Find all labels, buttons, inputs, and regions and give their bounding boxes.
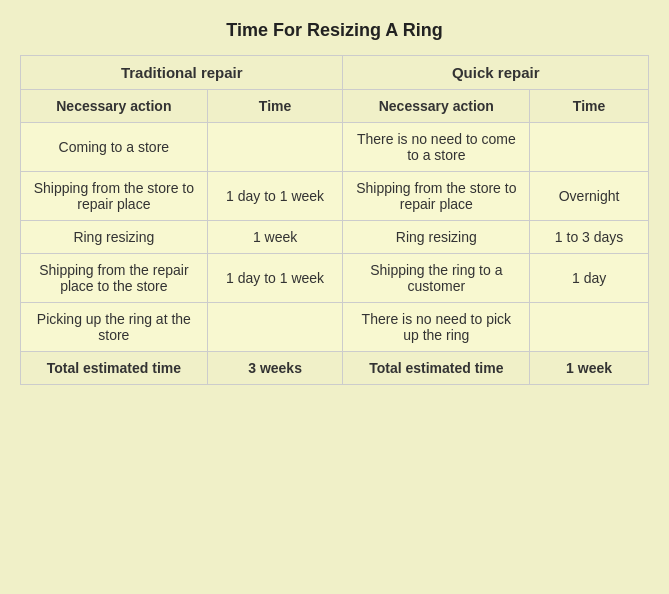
- quick-action-3: Shipping the ring to a customer: [343, 254, 530, 303]
- traditional-header: Traditional repair: [21, 56, 343, 90]
- trad-total-label: Total estimated time: [21, 352, 208, 385]
- trad-action-0: Coming to a store: [21, 123, 208, 172]
- table-row: Picking up the ring at the storeThere is…: [21, 303, 649, 352]
- trad-time-4: [207, 303, 343, 352]
- trad-total-value: 3 weeks: [207, 352, 343, 385]
- trad-action-1: Shipping from the store to repair place: [21, 172, 208, 221]
- trad-time-2: 1 week: [207, 221, 343, 254]
- trad-action-4: Picking up the ring at the store: [21, 303, 208, 352]
- trad-time-3: 1 day to 1 week: [207, 254, 343, 303]
- trad-action-2: Ring resizing: [21, 221, 208, 254]
- table-row: Shipping from the repair place to the st…: [21, 254, 649, 303]
- table-title: Time For Resizing A Ring: [20, 20, 649, 41]
- comparison-table: Traditional repair Quick repair Necessar…: [20, 55, 649, 385]
- table-row: Shipping from the store to repair place1…: [21, 172, 649, 221]
- quick-action-2: Ring resizing: [343, 221, 530, 254]
- col-quick-time: Time: [530, 90, 649, 123]
- quick-total-label: Total estimated time: [343, 352, 530, 385]
- quick-time-4: [530, 303, 649, 352]
- col-quick-action: Necessary action: [343, 90, 530, 123]
- quick-action-4: There is no need to pick up the ring: [343, 303, 530, 352]
- trad-action-3: Shipping from the repair place to the st…: [21, 254, 208, 303]
- quick-total-value: 1 week: [530, 352, 649, 385]
- col-trad-time: Time: [207, 90, 343, 123]
- quick-action-0: There is no need to come to a store: [343, 123, 530, 172]
- trad-time-0: [207, 123, 343, 172]
- main-container: Time For Resizing A Ring Traditional rep…: [10, 10, 659, 395]
- trad-time-1: 1 day to 1 week: [207, 172, 343, 221]
- quick-time-3: 1 day: [530, 254, 649, 303]
- quick-time-1: Overnight: [530, 172, 649, 221]
- quick-action-1: Shipping from the store to repair place: [343, 172, 530, 221]
- table-row: Ring resizing1 weekRing resizing1 to 3 d…: [21, 221, 649, 254]
- quick-header: Quick repair: [343, 56, 649, 90]
- quick-time-2: 1 to 3 days: [530, 221, 649, 254]
- table-row: Coming to a storeThere is no need to com…: [21, 123, 649, 172]
- total-row: Total estimated time 3 weeks Total estim…: [21, 352, 649, 385]
- col-trad-action: Necessary action: [21, 90, 208, 123]
- quick-time-0: [530, 123, 649, 172]
